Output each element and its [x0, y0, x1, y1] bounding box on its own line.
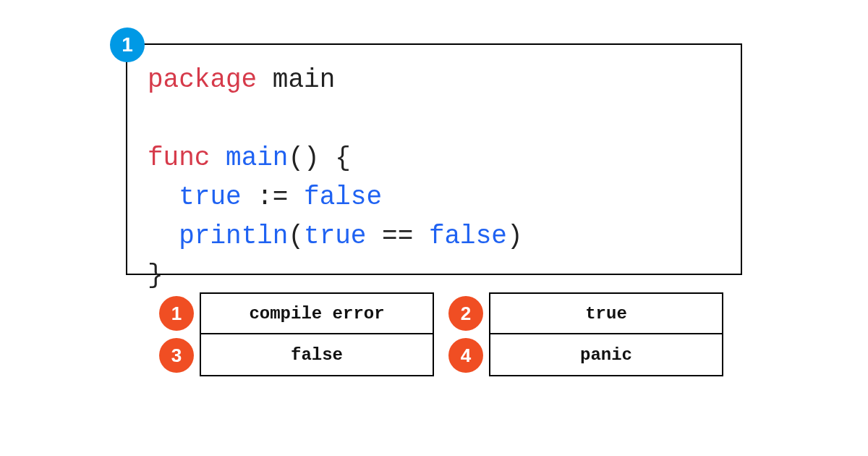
answer-box-2: true: [489, 292, 723, 334]
code-println: println: [179, 221, 288, 251]
answer-box-1: compile error: [200, 292, 434, 334]
answers-grid: 1 compile error 2 true 3 false 4 panic: [159, 292, 723, 376]
answer-badge-2: 2: [448, 296, 483, 331]
code-func-name: main: [226, 143, 288, 173]
answer-label-1: compile error: [249, 304, 384, 324]
question-number: 1: [122, 33, 133, 56]
code-pkg-name: main: [273, 65, 335, 95]
code-content: package main func main() { true := false…: [148, 61, 720, 295]
answer-box-3: false: [200, 334, 434, 376]
answer-option-1[interactable]: 1 compile error: [159, 292, 434, 334]
code-true-var: true: [179, 182, 241, 212]
answer-badge-4: 4: [448, 338, 483, 373]
answer-badge-3: 3: [159, 338, 194, 373]
code-false-lit: false: [304, 182, 382, 212]
answer-label-4: panic: [580, 345, 632, 365]
answer-option-4[interactable]: 4 panic: [448, 334, 723, 376]
code-kw-package: package: [148, 65, 257, 95]
code-block: package main func main() { true := false…: [126, 43, 742, 275]
answer-box-4: panic: [489, 334, 723, 376]
answer-label-2: true: [585, 304, 627, 324]
code-kw-func: func: [148, 143, 210, 173]
answer-option-3[interactable]: 3 false: [159, 334, 434, 376]
answer-badge-1: 1: [159, 296, 194, 331]
question-number-badge: 1: [110, 28, 145, 62]
answer-label-3: false: [291, 345, 343, 365]
answer-option-2[interactable]: 2 true: [448, 292, 723, 334]
